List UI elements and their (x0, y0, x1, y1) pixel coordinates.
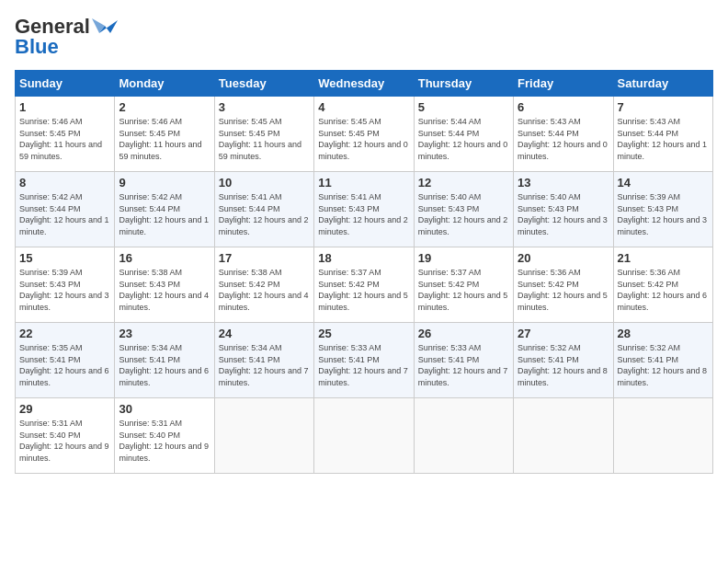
calendar-cell: 13Sunrise: 5:40 AMSunset: 5:43 PMDayligh… (514, 172, 613, 247)
calendar-cell: 23Sunrise: 5:34 AMSunset: 5:41 PMDayligh… (115, 323, 214, 398)
day-number: 21 (618, 251, 709, 265)
day-info: Sunrise: 5:41 AMSunset: 5:44 PMDaylight:… (219, 191, 310, 237)
day-number: 29 (19, 402, 110, 416)
day-info: Sunrise: 5:40 AMSunset: 5:43 PMDaylight:… (518, 191, 609, 237)
day-number: 1 (19, 100, 110, 114)
svg-marker-1 (92, 18, 105, 33)
day-info: Sunrise: 5:35 AMSunset: 5:41 PMDaylight:… (19, 342, 110, 388)
day-info: Sunrise: 5:32 AMSunset: 5:41 PMDaylight:… (518, 342, 609, 388)
calendar-cell: 24Sunrise: 5:34 AMSunset: 5:41 PMDayligh… (214, 323, 313, 398)
col-header-sunday: Sunday (16, 71, 115, 97)
calendar-cell: 30Sunrise: 5:31 AMSunset: 5:40 PMDayligh… (115, 398, 214, 474)
day-number: 30 (119, 402, 210, 416)
calendar-cell: 8Sunrise: 5:42 AMSunset: 5:44 PMDaylight… (16, 172, 115, 247)
calendar-cell: 29Sunrise: 5:31 AMSunset: 5:40 PMDayligh… (16, 398, 115, 474)
day-number: 14 (618, 176, 709, 190)
page-header: General Blue (15, 15, 713, 59)
col-header-thursday: Thursday (414, 71, 513, 97)
day-number: 18 (318, 251, 409, 265)
day-info: Sunrise: 5:46 AMSunset: 5:45 PMDaylight:… (19, 116, 110, 162)
day-number: 11 (318, 176, 409, 190)
calendar-week-4: 29Sunrise: 5:31 AMSunset: 5:40 PMDayligh… (16, 398, 713, 474)
day-info: Sunrise: 5:41 AMSunset: 5:43 PMDaylight:… (318, 191, 409, 237)
day-info: Sunrise: 5:42 AMSunset: 5:44 PMDaylight:… (119, 191, 210, 237)
calendar-cell: 9Sunrise: 5:42 AMSunset: 5:44 PMDaylight… (115, 172, 214, 247)
day-number: 17 (219, 251, 310, 265)
calendar-cell (214, 398, 313, 474)
day-info: Sunrise: 5:40 AMSunset: 5:43 PMDaylight:… (418, 191, 509, 237)
day-number: 10 (219, 176, 310, 190)
day-number: 15 (19, 251, 110, 265)
day-info: Sunrise: 5:36 AMSunset: 5:42 PMDaylight:… (618, 267, 709, 313)
day-number: 5 (418, 100, 509, 114)
day-number: 7 (618, 100, 709, 114)
day-number: 16 (119, 251, 210, 265)
col-header-wednesday: Wednesday (314, 71, 414, 97)
calendar-cell: 18Sunrise: 5:37 AMSunset: 5:42 PMDayligh… (314, 247, 414, 323)
calendar-cell: 1Sunrise: 5:46 AMSunset: 5:45 PMDaylight… (16, 97, 115, 172)
day-number: 6 (518, 100, 609, 114)
col-header-friday: Friday (514, 71, 613, 97)
day-info: Sunrise: 5:33 AMSunset: 5:41 PMDaylight:… (318, 342, 409, 388)
calendar-cell: 27Sunrise: 5:32 AMSunset: 5:41 PMDayligh… (514, 323, 613, 398)
calendar-cell (514, 398, 613, 474)
day-info: Sunrise: 5:37 AMSunset: 5:42 PMDaylight:… (318, 267, 409, 313)
day-info: Sunrise: 5:33 AMSunset: 5:41 PMDaylight:… (418, 342, 509, 388)
day-number: 8 (19, 176, 110, 190)
day-info: Sunrise: 5:39 AMSunset: 5:43 PMDaylight:… (19, 267, 110, 313)
day-info: Sunrise: 5:38 AMSunset: 5:43 PMDaylight:… (119, 267, 210, 313)
calendar-week-2: 15Sunrise: 5:39 AMSunset: 5:43 PMDayligh… (16, 247, 713, 323)
day-number: 26 (418, 327, 509, 340)
calendar-cell: 3Sunrise: 5:45 AMSunset: 5:45 PMDaylight… (214, 97, 313, 172)
day-info: Sunrise: 5:34 AMSunset: 5:41 PMDaylight:… (219, 342, 310, 388)
day-number: 22 (19, 327, 110, 340)
calendar-cell: 10Sunrise: 5:41 AMSunset: 5:44 PMDayligh… (214, 172, 313, 247)
day-info: Sunrise: 5:37 AMSunset: 5:42 PMDaylight:… (418, 267, 509, 313)
day-number: 9 (119, 176, 210, 190)
calendar-cell: 7Sunrise: 5:43 AMSunset: 5:44 PMDaylight… (613, 97, 712, 172)
calendar-cell: 16Sunrise: 5:38 AMSunset: 5:43 PMDayligh… (115, 247, 214, 323)
day-info: Sunrise: 5:36 AMSunset: 5:42 PMDaylight:… (518, 267, 609, 313)
calendar-week-3: 22Sunrise: 5:35 AMSunset: 5:41 PMDayligh… (16, 323, 713, 398)
calendar-table: SundayMondayTuesdayWednesdayThursdayFrid… (15, 70, 713, 474)
calendar-cell (613, 398, 712, 474)
calendar-cell (314, 398, 414, 474)
col-header-monday: Monday (115, 71, 214, 97)
day-info: Sunrise: 5:39 AMSunset: 5:43 PMDaylight:… (618, 191, 709, 237)
day-info: Sunrise: 5:38 AMSunset: 5:42 PMDaylight:… (219, 267, 310, 313)
logo-blue: Blue (15, 35, 59, 59)
day-info: Sunrise: 5:45 AMSunset: 5:45 PMDaylight:… (318, 116, 409, 162)
col-header-tuesday: Tuesday (214, 71, 313, 97)
calendar-cell: 20Sunrise: 5:36 AMSunset: 5:42 PMDayligh… (514, 247, 613, 323)
day-number: 12 (418, 176, 509, 190)
day-number: 4 (318, 100, 409, 114)
calendar-cell: 14Sunrise: 5:39 AMSunset: 5:43 PMDayligh… (613, 172, 712, 247)
day-number: 24 (219, 327, 310, 340)
calendar-cell: 25Sunrise: 5:33 AMSunset: 5:41 PMDayligh… (314, 323, 414, 398)
day-number: 20 (518, 251, 609, 265)
day-number: 25 (318, 327, 409, 340)
day-number: 23 (119, 327, 210, 340)
calendar-cell: 15Sunrise: 5:39 AMSunset: 5:43 PMDayligh… (16, 247, 115, 323)
calendar-week-0: 1Sunrise: 5:46 AMSunset: 5:45 PMDaylight… (16, 97, 713, 172)
calendar-cell: 5Sunrise: 5:44 AMSunset: 5:44 PMDaylight… (414, 97, 513, 172)
day-number: 28 (618, 327, 709, 340)
calendar-cell: 19Sunrise: 5:37 AMSunset: 5:42 PMDayligh… (414, 247, 513, 323)
calendar-cell: 22Sunrise: 5:35 AMSunset: 5:41 PMDayligh… (16, 323, 115, 398)
calendar-cell: 12Sunrise: 5:40 AMSunset: 5:43 PMDayligh… (414, 172, 513, 247)
calendar-cell: 4Sunrise: 5:45 AMSunset: 5:45 PMDaylight… (314, 97, 414, 172)
calendar-cell: 28Sunrise: 5:32 AMSunset: 5:41 PMDayligh… (613, 323, 712, 398)
day-info: Sunrise: 5:43 AMSunset: 5:44 PMDaylight:… (518, 116, 609, 162)
calendar-cell: 21Sunrise: 5:36 AMSunset: 5:42 PMDayligh… (613, 247, 712, 323)
day-info: Sunrise: 5:34 AMSunset: 5:41 PMDaylight:… (119, 342, 210, 388)
day-number: 27 (518, 327, 609, 340)
day-info: Sunrise: 5:43 AMSunset: 5:44 PMDaylight:… (618, 116, 709, 162)
calendar-cell (414, 398, 513, 474)
calendar-cell: 11Sunrise: 5:41 AMSunset: 5:43 PMDayligh… (314, 172, 414, 247)
calendar-week-1: 8Sunrise: 5:42 AMSunset: 5:44 PMDaylight… (16, 172, 713, 247)
day-number: 3 (219, 100, 310, 114)
calendar-cell: 6Sunrise: 5:43 AMSunset: 5:44 PMDaylight… (514, 97, 613, 172)
logo-bird-icon (92, 17, 118, 37)
day-number: 19 (418, 251, 509, 265)
day-number: 13 (518, 176, 609, 190)
